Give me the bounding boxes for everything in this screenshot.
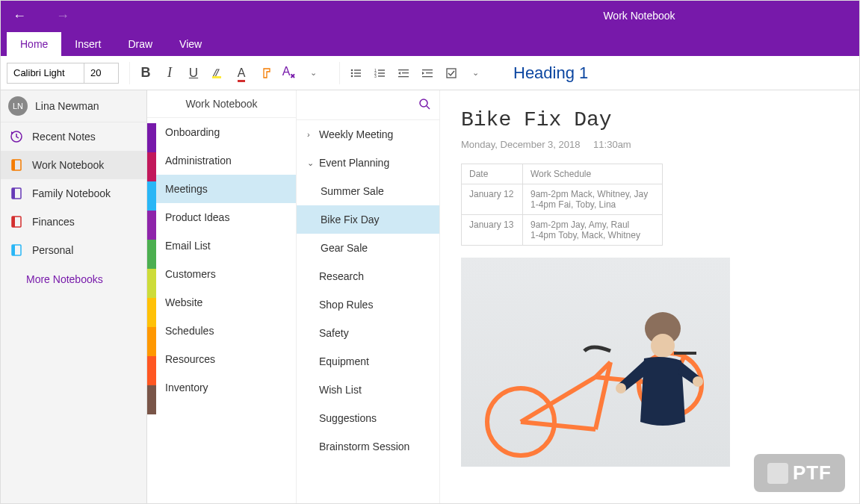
section-item[interactable]: Administration (147, 146, 296, 175)
table-header-schedule[interactable]: Work Schedule (523, 164, 663, 184)
page-item[interactable]: ⌄Event Planning (297, 149, 439, 177)
notebook-item[interactable]: Finances (1, 208, 146, 236)
page-item[interactable]: Summer Sale (297, 177, 439, 205)
svg-rect-16 (422, 69, 433, 70)
svg-line-33 (521, 377, 595, 422)
svg-rect-4 (354, 72, 361, 73)
table-header-date[interactable]: Date (462, 164, 523, 184)
page-label: Safety (319, 327, 349, 339)
numbered-list-button[interactable]: 123 (368, 62, 391, 84)
indent-button[interactable] (416, 62, 439, 84)
page-label: Suggestions (319, 412, 377, 424)
page-label: Event Planning (319, 157, 389, 169)
italic-button[interactable]: I (158, 62, 181, 84)
notebook-label: Personal (32, 244, 73, 256)
notebook-item[interactable]: Personal (1, 236, 146, 264)
section-color-tab[interactable] (147, 123, 156, 152)
section-item[interactable]: Resources (147, 345, 296, 373)
notebook-icon (10, 215, 23, 228)
notebook-item[interactable]: Recent Notes (1, 122, 146, 151)
font-size-input[interactable] (84, 63, 118, 83)
svg-rect-0 (212, 76, 221, 78)
section-item[interactable]: Onboarding (147, 118, 296, 146)
section-item[interactable]: Email List (147, 231, 296, 260)
page-content[interactable]: Bike Fix Day Monday, December 3, 2018 11… (440, 90, 859, 503)
cell-schedule[interactable]: 9am-2pm Mack, Whitney, Jay 1-4pm Fai, To… (523, 184, 663, 215)
tab-insert[interactable]: Insert (61, 32, 114, 56)
outdent-button[interactable] (392, 62, 415, 84)
style-selector[interactable]: Heading 1 (501, 63, 600, 83)
section-color-tab[interactable] (147, 385, 156, 414)
notebook-item[interactable]: Family Notebook (1, 179, 146, 208)
back-arrow-icon[interactable]: ← (13, 8, 26, 24)
font-more-chevron-icon[interactable]: ⌄ (302, 62, 324, 84)
page-item[interactable]: Gear Sale (297, 234, 439, 262)
page-item[interactable]: Wish List (297, 376, 439, 404)
page-item[interactable]: Shop Rules (297, 290, 439, 319)
page-item[interactable]: Safety (297, 319, 439, 347)
page-label: Equipment (319, 355, 369, 367)
notebook-sidebar: LN Lina Newman Recent NotesWork Notebook… (1, 90, 147, 503)
user-row[interactable]: LN Lina Newman (1, 90, 146, 122)
paragraph-more-chevron-icon[interactable]: ⌄ (464, 62, 486, 84)
more-notebooks-link[interactable]: More Notebooks (1, 264, 146, 294)
notebook-item[interactable]: Work Notebook (1, 151, 146, 179)
svg-point-41 (616, 383, 626, 393)
checkbox-button[interactable] (440, 62, 463, 84)
section-color-tab[interactable] (147, 327, 156, 356)
svg-rect-17 (426, 72, 433, 73)
page-item[interactable]: Equipment (297, 347, 439, 376)
page-item[interactable]: Bike Fix Day (297, 205, 439, 234)
cell-date[interactable]: January 12 (462, 184, 523, 215)
section-item[interactable]: Customers (147, 260, 296, 288)
table-row[interactable]: January 139am-2pm Jay, Amy, Raul 1-4pm T… (462, 215, 663, 246)
cell-date[interactable]: January 13 (462, 215, 523, 246)
bold-button[interactable]: B (134, 62, 157, 84)
font-color-button[interactable]: A (230, 62, 253, 84)
svg-rect-6 (354, 75, 361, 76)
section-color-tab[interactable] (147, 356, 156, 385)
section-item[interactable]: Website (147, 288, 296, 317)
highlight-button[interactable] (206, 62, 229, 84)
section-color-tab[interactable] (147, 181, 156, 211)
notebook-icon (10, 130, 23, 143)
page-item[interactable]: Research (297, 262, 439, 290)
page-item[interactable]: ›Weekly Meeting (297, 120, 439, 149)
section-item[interactable]: Schedules (147, 317, 296, 345)
section-color-tab[interactable] (147, 211, 156, 240)
svg-rect-26 (12, 217, 15, 227)
tab-view[interactable]: View (166, 32, 215, 56)
svg-point-5 (351, 75, 353, 77)
section-item[interactable]: Inventory (147, 373, 296, 402)
bullet-list-button[interactable] (344, 62, 367, 84)
tab-draw[interactable]: Draw (114, 32, 166, 56)
cell-schedule[interactable]: 9am-2pm Jay, Amy, Raul 1-4pm Toby, Mack,… (523, 215, 663, 246)
section-color-tab[interactable] (147, 240, 156, 269)
underline-button[interactable]: U (182, 62, 205, 84)
table-row[interactable]: January 129am-2pm Mack, Whitney, Jay 1-4… (462, 184, 663, 215)
notebook-label: Finances (32, 216, 75, 228)
page-item[interactable]: Suggestions (297, 404, 439, 432)
notebook-icon (10, 243, 23, 257)
section-column: Work Notebook OnboardingAdministrationMe… (147, 90, 297, 503)
chevron-down-icon: ⌄ (307, 158, 315, 168)
svg-point-1 (351, 69, 353, 71)
section-color-tab[interactable] (147, 298, 156, 327)
schedule-table[interactable]: Date Work Schedule January 129am-2pm Mac… (461, 164, 663, 246)
svg-point-40 (651, 334, 675, 358)
page-item[interactable]: Brainstorm Session (297, 432, 439, 461)
section-color-tab[interactable] (147, 269, 156, 298)
section-item[interactable]: Product Ideas (147, 203, 296, 231)
forward-arrow-icon[interactable]: → (56, 8, 69, 24)
format-painter-button[interactable] (254, 62, 276, 84)
svg-rect-28 (12, 245, 15, 255)
section-color-tab[interactable] (147, 152, 156, 181)
clear-format-button[interactable]: A✖ (278, 62, 300, 84)
page-label: Brainstorm Session (319, 441, 409, 452)
tab-home[interactable]: Home (7, 32, 61, 56)
section-item[interactable]: Meetings (147, 175, 296, 203)
svg-rect-13 (398, 69, 409, 70)
search-icon[interactable] (418, 98, 430, 112)
page-title[interactable]: Bike Fix Day (461, 108, 838, 131)
font-name-input[interactable] (7, 63, 84, 83)
